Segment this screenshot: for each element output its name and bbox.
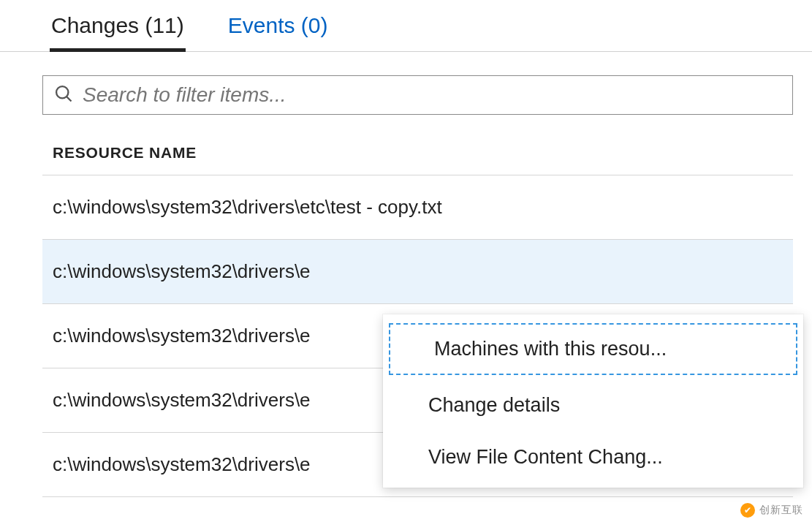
watermark: 创新互联 bbox=[740, 503, 803, 518]
search-input[interactable] bbox=[83, 83, 782, 107]
tab-events[interactable]: Events (0) bbox=[228, 0, 328, 51]
menu-item-view-file-content-changes[interactable]: View File Content Chang... bbox=[383, 431, 803, 483]
column-header-resource-name[interactable]: RESOURCE NAME bbox=[42, 144, 793, 175]
search-container bbox=[42, 75, 793, 115]
table-row[interactable]: c:\windows\system32\drivers\etc\test - c… bbox=[42, 175, 793, 240]
menu-item-machines-with-resource[interactable]: Machines with this resou... bbox=[389, 323, 797, 375]
menu-item-change-details[interactable]: Change details bbox=[383, 379, 803, 431]
svg-line-1 bbox=[67, 97, 71, 101]
tabs: Changes (11) Events (0) bbox=[0, 0, 812, 52]
check-icon bbox=[740, 503, 755, 518]
watermark-text: 创新互联 bbox=[759, 504, 803, 517]
svg-point-0 bbox=[56, 86, 68, 98]
context-menu: Machines with this resou... Change detai… bbox=[383, 314, 803, 488]
search-box[interactable] bbox=[42, 75, 793, 115]
search-icon bbox=[53, 83, 74, 107]
tab-changes[interactable]: Changes (11) bbox=[51, 0, 184, 51]
table-row[interactable]: c:\windows\system32\drivers\e bbox=[42, 240, 793, 304]
